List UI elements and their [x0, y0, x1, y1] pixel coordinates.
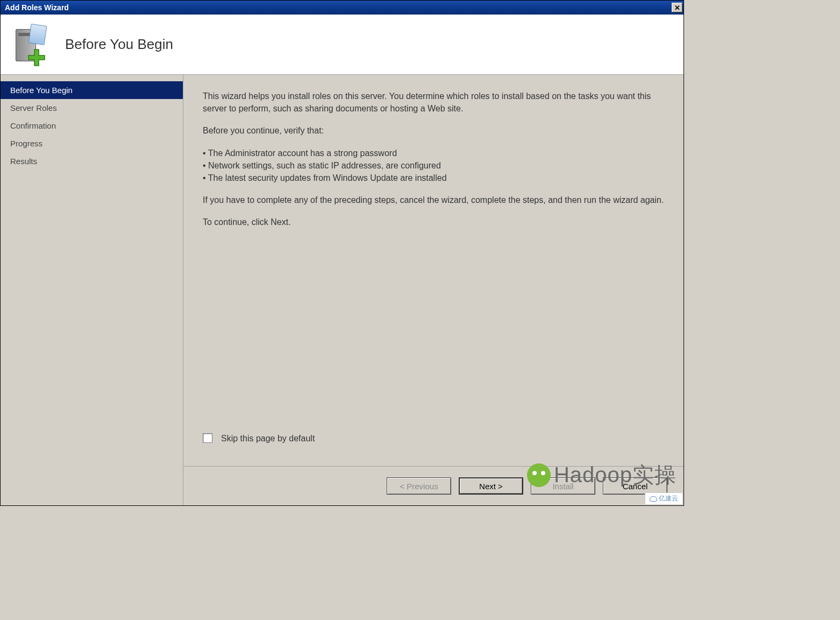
header: Before You Begin: [1, 15, 684, 75]
next-button[interactable]: Next >: [459, 477, 523, 495]
corner-badge-text: 亿速云: [659, 494, 678, 503]
skip-checkbox-label[interactable]: Skip this page by default: [221, 432, 315, 445]
add-plus-icon: [27, 48, 46, 67]
footer: < Previous Next > Install Cancel: [183, 467, 684, 505]
wizard-window: Add Roles Wizard ✕ Before You Begin Befo…: [0, 0, 684, 506]
bullet-updates: • The latest security updates from Windo…: [203, 172, 664, 184]
window-title: Add Roles Wizard: [5, 3, 69, 12]
content-area: This wizard helps you install roles on t…: [183, 75, 684, 505]
intro-text: This wizard helps you install roles on t…: [203, 90, 664, 115]
titlebar[interactable]: Add Roles Wizard ✕: [1, 1, 684, 15]
cloud-icon: [650, 496, 657, 502]
sidebar-item-confirmation[interactable]: Confirmation: [1, 117, 183, 135]
install-button: Install: [531, 477, 595, 495]
body: Before You Begin Server Roles Confirmati…: [1, 75, 684, 505]
sidebar-item-results[interactable]: Results: [1, 152, 183, 170]
sidebar: Before You Begin Server Roles Confirmati…: [1, 75, 183, 505]
content-body: This wizard helps you install roles on t…: [183, 75, 684, 466]
sidebar-item-before-you-begin[interactable]: Before You Begin: [1, 81, 183, 99]
skip-checkbox[interactable]: [203, 433, 212, 443]
verify-heading: Before you continue, verify that:: [203, 124, 664, 137]
sidebar-item-progress[interactable]: Progress: [1, 135, 183, 152]
skip-row: Skip this page by default: [203, 432, 664, 460]
bullet-network: • Network settings, such as static IP ad…: [203, 159, 664, 172]
cancel-note: If you have to complete any of the prece…: [203, 194, 664, 206]
verify-bullets: • The Administrator account has a strong…: [203, 147, 664, 185]
close-icon: ✕: [674, 4, 680, 12]
page-title: Before You Begin: [65, 36, 173, 53]
sidebar-item-server-roles[interactable]: Server Roles: [1, 99, 183, 117]
document-icon: [29, 24, 47, 45]
close-button[interactable]: ✕: [672, 3, 682, 12]
bullet-password: • The Administrator account has a strong…: [203, 147, 664, 159]
continue-note: To continue, click Next.: [203, 216, 664, 228]
corner-badge: 亿速云: [645, 492, 683, 505]
wizard-icon: [11, 24, 49, 66]
previous-button: < Previous: [387, 477, 451, 495]
